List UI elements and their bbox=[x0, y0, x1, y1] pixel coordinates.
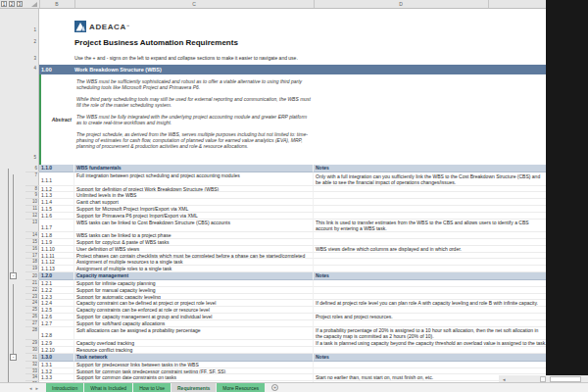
cell-id[interactable]: 1.2.8 bbox=[39, 327, 74, 341]
cell-id[interactable]: 1.1.1 bbox=[39, 172, 74, 186]
cell-note[interactable]: If defined at project role level you can… bbox=[314, 300, 546, 307]
row-number[interactable]: 10 bbox=[25, 199, 39, 206]
page-title[interactable]: Project Business Automation Requirements bbox=[74, 38, 238, 47]
cell-id[interactable]: 1.2.2 bbox=[39, 287, 74, 294]
column-header-d[interactable]: D bbox=[314, 0, 488, 8]
outline-level-2-button[interactable]: 2 bbox=[9, 1, 15, 7]
row-number[interactable]: 23 bbox=[25, 294, 39, 301]
outline-level-1-button[interactable]: 1 bbox=[1, 1, 7, 7]
cell-id[interactable]: 1.2.6 bbox=[39, 314, 74, 320]
outline-level-3-button[interactable]: 3 bbox=[17, 1, 23, 7]
cell-requirement[interactable]: Support for infinite capacity planning bbox=[74, 280, 314, 287]
tab-scroll-prev-icon[interactable]: ◂ bbox=[29, 385, 32, 391]
row-number[interactable]: 26 bbox=[25, 314, 39, 320]
cell-note[interactable]: Only with a full integration can you suf… bbox=[314, 172, 546, 186]
cell-id[interactable]: 1.1.9 bbox=[39, 239, 74, 246]
cell-note[interactable] bbox=[314, 347, 546, 354]
cell-note[interactable] bbox=[314, 307, 546, 314]
cell-requirement[interactable]: Support for common task predecessor cons… bbox=[74, 368, 314, 375]
cell-note[interactable]: If a probability percentage of 20% is as… bbox=[314, 327, 546, 341]
row-number[interactable]: 32 bbox=[25, 362, 39, 368]
cell-note[interactable]: This link is used to transfer estimates … bbox=[314, 220, 546, 233]
cell-id[interactable]: 1.1.6 bbox=[39, 213, 74, 220]
cell-note[interactable] bbox=[314, 213, 546, 220]
row-number[interactable]: 16 bbox=[25, 246, 39, 253]
row-number[interactable]: 29 bbox=[25, 340, 39, 347]
cell-note[interactable] bbox=[314, 199, 546, 206]
cell-requirement[interactable]: WBS tasks can be linked to Cost Breakdow… bbox=[74, 220, 314, 233]
collapse-group-button[interactable]: - bbox=[10, 272, 17, 279]
cell-requirement[interactable]: Resource conflict tracking bbox=[74, 347, 314, 354]
cell-note[interactable] bbox=[314, 253, 546, 260]
cell-note[interactable]: Project roles and project resources. bbox=[314, 314, 546, 320]
row-number[interactable]: 4 bbox=[25, 66, 36, 71]
cell-id[interactable]: 1.1.3 bbox=[39, 192, 74, 199]
add-sheet-button[interactable]: + bbox=[271, 384, 278, 391]
cell-note[interactable] bbox=[314, 362, 546, 368]
cell-id[interactable]: 1.2.9 bbox=[39, 340, 74, 347]
abstract-cell[interactable]: The WBS must be sufficiently sophisticat… bbox=[76, 78, 313, 155]
cell-requirement[interactable]: Support for automatic capacity leveling bbox=[74, 294, 314, 301]
cell-note[interactable] bbox=[314, 280, 546, 287]
row-number[interactable]: 12 bbox=[25, 213, 39, 220]
cell-requirement[interactable]: WBS tasks can be linked to a project pha… bbox=[74, 232, 314, 239]
row-number[interactable]: 33 bbox=[25, 368, 39, 375]
collapse-group-button[interactable]: - bbox=[10, 354, 17, 361]
cell-note[interactable]: Notes bbox=[314, 272, 546, 280]
cell-id[interactable]: 1.1.11 bbox=[39, 253, 74, 260]
row-number[interactable]: 9 bbox=[25, 192, 39, 199]
row-number[interactable]: 18 bbox=[25, 259, 39, 266]
cell-note[interactable] bbox=[314, 232, 546, 239]
row-number[interactable]: 11 bbox=[25, 206, 39, 213]
cell-note[interactable]: Notes bbox=[314, 165, 546, 172]
row-number[interactable]: 25 bbox=[25, 307, 39, 314]
sheet-tab-requirements[interactable]: Requirements bbox=[172, 383, 216, 392]
cell-requirement[interactable]: Soft allocations can be assigned a proba… bbox=[74, 327, 314, 341]
cell-note[interactable] bbox=[314, 287, 546, 294]
cell-note[interactable] bbox=[314, 239, 546, 246]
cell-requirement[interactable]: Capacity constraint can be defined at pr… bbox=[74, 300, 314, 307]
row-number[interactable]: 30 bbox=[25, 347, 39, 354]
cell-id[interactable]: 1.3.2 bbox=[39, 368, 74, 375]
cell-id[interactable]: 1.2.10 bbox=[39, 347, 74, 354]
cell-id[interactable]: 1.1.7 bbox=[39, 220, 74, 233]
sheet-tab-what-is-included[interactable]: What is Included bbox=[84, 383, 132, 392]
cell-note[interactable]: WBS views define which columns are displ… bbox=[314, 246, 546, 253]
section-header-row[interactable]: 1.00 Work Breakdown Structure (WBS) bbox=[39, 65, 546, 74]
cell-requirement[interactable]: Support for copy/cut & paste of WBS task… bbox=[74, 239, 314, 246]
row-number[interactable]: 3 bbox=[25, 56, 36, 61]
cell-id[interactable]: 1.2.7 bbox=[39, 320, 74, 327]
cell-id[interactable]: 1.2.4 bbox=[39, 300, 74, 307]
cell-note[interactable] bbox=[314, 266, 546, 272]
row-number[interactable]: 5 bbox=[25, 155, 36, 160]
row-number[interactable]: 2 bbox=[25, 39, 36, 44]
cell-id[interactable]: 1.1.12 bbox=[39, 259, 74, 266]
cell-requirement[interactable]: Support for soft/hard capacity allocatio… bbox=[74, 320, 314, 327]
row-number[interactable]: 7 bbox=[25, 172, 39, 186]
usage-instructions[interactable]: Use the + and - signs on the left to exp… bbox=[74, 55, 298, 61]
cell-requirement[interactable]: Unlimited levels in the WBS bbox=[74, 192, 314, 199]
cell-note[interactable] bbox=[314, 206, 546, 213]
row-number[interactable]: 21 bbox=[25, 280, 39, 287]
row-number[interactable]: 20 bbox=[25, 272, 39, 280]
cell-id[interactable]: 1.3.3 bbox=[39, 374, 74, 381]
cell-id[interactable]: 1.2.3 bbox=[39, 294, 74, 301]
row-number[interactable]: 8 bbox=[25, 186, 39, 193]
cell-note[interactable] bbox=[314, 294, 546, 301]
cell-requirement[interactable]: Assignment of multiple resources to a si… bbox=[74, 259, 314, 266]
cell-id[interactable]: 1.1.10 bbox=[39, 246, 74, 253]
cell-note[interactable] bbox=[314, 259, 546, 266]
row-number[interactable]: 27 bbox=[25, 320, 39, 327]
column-header-b[interactable]: B bbox=[39, 0, 74, 8]
row-number[interactable]: 34 bbox=[25, 374, 39, 381]
row-number[interactable]: 13 bbox=[25, 220, 39, 233]
cell-id[interactable]: 1.1.5 bbox=[39, 206, 74, 213]
cell-note[interactable] bbox=[314, 368, 546, 375]
row-number[interactable]: 31 bbox=[25, 354, 39, 362]
cell-note[interactable] bbox=[314, 192, 546, 199]
abstract-label[interactable]: Abstract bbox=[39, 74, 72, 165]
cell-id[interactable]: 1.2.1 bbox=[39, 280, 74, 287]
cell-requirement[interactable]: Capacity overload tracking bbox=[74, 340, 314, 347]
cell-requirement[interactable]: Gantt chart support bbox=[74, 199, 314, 206]
row-number[interactable]: 17 bbox=[25, 253, 39, 260]
